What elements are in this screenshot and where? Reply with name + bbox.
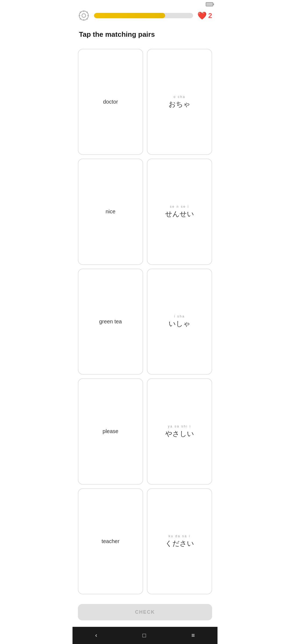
heart-icon: ❤️ <box>197 11 207 20</box>
card-doctor[interactable]: doctor <box>78 49 143 155</box>
card-kudasai-romaji: ku da sa i <box>169 534 190 538</box>
card-please-label: please <box>103 428 118 434</box>
card-yasashii-romaji: ya sa shi i <box>168 425 191 428</box>
svg-point-1 <box>79 11 88 20</box>
card-teacher[interactable]: teacher <box>78 488 143 594</box>
card-isha-romaji: i sha <box>174 314 185 318</box>
lives-count: 2 <box>208 12 212 20</box>
top-bar: ❤️ 2 <box>73 8 218 24</box>
card-please[interactable]: please <box>78 378 143 484</box>
nav-menu-button[interactable]: ≡ <box>186 630 200 641</box>
nav-home-button[interactable]: □ <box>137 630 151 641</box>
card-ocha-romaji: o cha <box>173 95 185 99</box>
svg-point-0 <box>82 14 86 17</box>
status-bar <box>73 0 218 8</box>
card-yasashii[interactable]: ya sa shi i やさしい <box>147 378 212 484</box>
nav-bar: ‹ □ ≡ <box>73 627 218 644</box>
progress-bar <box>94 13 165 18</box>
card-ocha-japanese: おちゃ <box>169 100 190 109</box>
card-green-tea-label: green tea <box>99 319 122 325</box>
card-green-tea[interactable]: green tea <box>78 269 143 375</box>
card-sensei-romaji: se n se i <box>170 205 189 208</box>
card-sensei[interactable]: se n se i せんせい <box>147 159 212 265</box>
card-doctor-label: doctor <box>103 99 118 105</box>
card-teacher-label: teacher <box>102 538 119 544</box>
settings-icon[interactable] <box>78 10 90 21</box>
lives-container: ❤️ 2 <box>197 11 212 20</box>
card-ocha[interactable]: o cha おちゃ <box>147 49 212 155</box>
battery-icon <box>206 2 213 6</box>
progress-container <box>94 13 193 18</box>
check-button-container: CHECK <box>73 600 218 627</box>
card-yasashii-japanese: やさしい <box>165 429 194 438</box>
nav-back-button[interactable]: ‹ <box>90 630 102 641</box>
card-kudasai-japanese: ください <box>165 539 194 548</box>
pairs-grid: doctor o cha おちゃ nice se n se i せんせい gre… <box>73 43 218 600</box>
card-isha[interactable]: i sha いしゃ <box>147 269 212 375</box>
card-isha-japanese: いしゃ <box>169 319 190 328</box>
card-sensei-japanese: せんせい <box>165 210 194 219</box>
card-kudasai[interactable]: ku da sa i ください <box>147 488 212 594</box>
card-nice[interactable]: nice <box>78 159 143 265</box>
card-nice-label: nice <box>106 208 115 215</box>
check-button[interactable]: CHECK <box>78 604 212 620</box>
instruction-text: Tap the matching pairs <box>73 24 218 43</box>
